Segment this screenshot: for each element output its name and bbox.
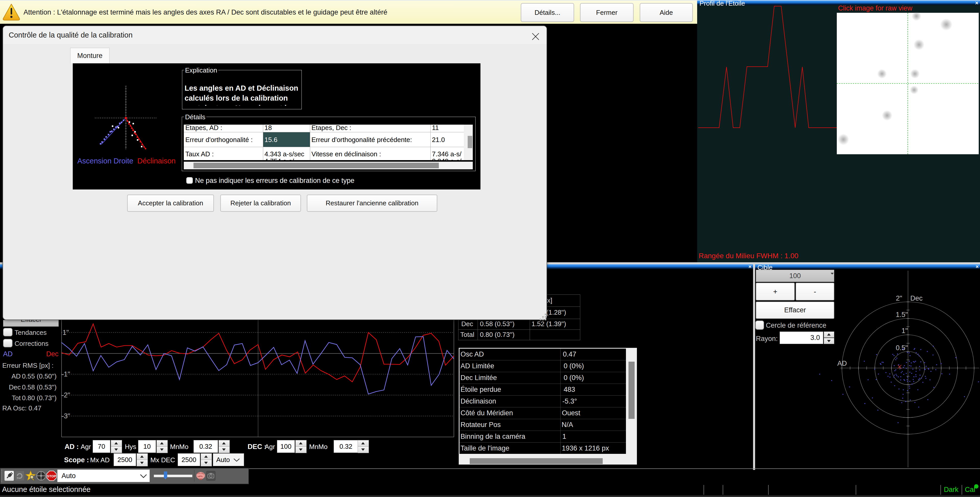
svg-text:STOP: STOP (47, 474, 56, 478)
